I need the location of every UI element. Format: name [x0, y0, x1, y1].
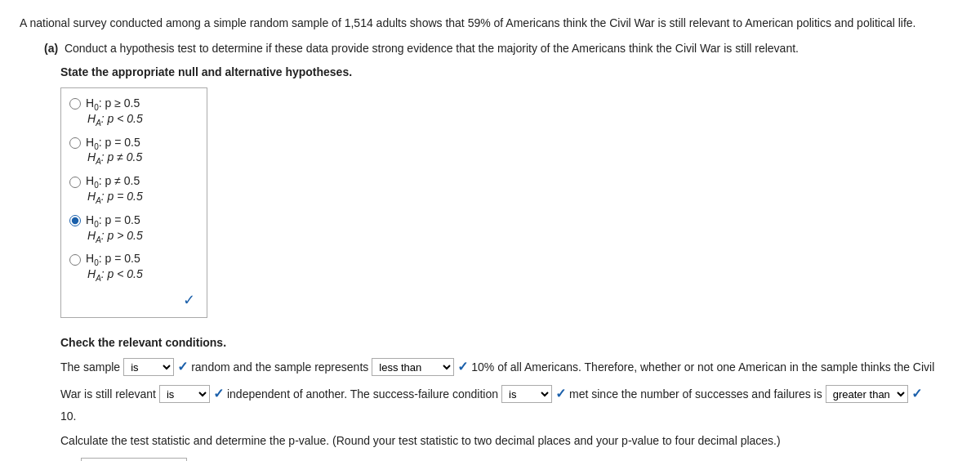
lessthan-check: ✓	[457, 356, 468, 379]
war-label: War is still relevant	[60, 384, 156, 405]
random-text: random and the sample represents	[191, 357, 368, 378]
part-a-text: (a) Conduct a hypothesis test to determi…	[44, 40, 960, 57]
ten-text: 10.	[60, 410, 76, 423]
conditions-row-1: The sample is is not ✓ random and the sa…	[60, 356, 960, 379]
z-row: z =	[60, 458, 960, 461]
independent-text: independent of another. The success-fail…	[227, 384, 498, 405]
sample-dropdown[interactable]: is is not	[123, 358, 174, 376]
hypothesis-option-2: H0: p = 0.5 HA: p ≠ 0.5	[69, 136, 195, 167]
sample-check: ✓	[177, 356, 188, 379]
alt-hyp-4: HA: p > 0.5	[87, 229, 195, 244]
calc-label: Calculate the test statistic and determi…	[60, 432, 960, 450]
alt-hyp-2: HA: p ≠ 0.5	[87, 150, 195, 166]
gt-check: ✓	[911, 383, 922, 406]
sf-check: ✓	[555, 383, 566, 406]
ten-row: 10.	[60, 410, 960, 423]
hypothesis-radio-4[interactable]	[69, 215, 81, 226]
hypothesis-box: H0: p ≥ 0.5 HA: p < 0.5 H0: p = 0.5 HA: …	[60, 87, 207, 318]
hypothesis-radio-3[interactable]	[69, 177, 81, 188]
hypothesis-option-3: H0: p ≠ 0.5 HA: p = 0.5	[69, 174, 195, 205]
conditions-row-2: War is still relevant is is not ✓ indepe…	[60, 383, 960, 406]
alt-hyp-5: HA: p < 0.5	[87, 267, 195, 283]
null-hyp-1: H0: p ≥ 0.5	[86, 96, 140, 112]
alt-hyp-1: HA: p < 0.5	[87, 112, 195, 128]
hypothesis-option-1: H0: p ≥ 0.5 HA: p < 0.5	[69, 96, 195, 128]
percent-text: 10% of all Americans. Therefore, whether…	[471, 357, 934, 378]
check-conditions-label: Check the relevant conditions.	[60, 336, 960, 349]
z-input[interactable]	[81, 458, 187, 461]
hypothesis-radio-5[interactable]	[69, 254, 81, 266]
sample-label: The sample	[60, 357, 120, 378]
null-hyp-5: H0: p = 0.5	[86, 252, 140, 267]
state-label: State the appropriate null and alternati…	[60, 64, 960, 81]
war-dropdown[interactable]: is is not	[159, 385, 210, 403]
hypothesis-radio-2[interactable]	[69, 137, 81, 149]
war-check: ✓	[213, 383, 224, 406]
lessthan-dropdown[interactable]: less than greater than equal to	[372, 358, 454, 376]
hypothesis-radio-1[interactable]	[69, 98, 81, 110]
null-hyp-2: H0: p = 0.5	[86, 136, 140, 151]
intro-text: A national survey conducted among a simp…	[20, 15, 960, 32]
sf-dropdown[interactable]: is is not	[501, 385, 552, 403]
correct-checkmark: ✓	[69, 291, 195, 309]
gt-dropdown[interactable]: greater than less than equal to	[826, 385, 908, 403]
null-hyp-4: H0: p = 0.5	[86, 213, 140, 229]
null-hyp-3: H0: p ≠ 0.5	[86, 174, 140, 190]
hypothesis-option-5: H0: p = 0.5 HA: p < 0.5	[69, 252, 195, 283]
hypothesis-option-4: H0: p = 0.5 HA: p > 0.5	[69, 213, 195, 244]
alt-hyp-3: HA: p = 0.5	[87, 190, 195, 205]
met-text: met since the number of successes and fa…	[569, 384, 822, 405]
